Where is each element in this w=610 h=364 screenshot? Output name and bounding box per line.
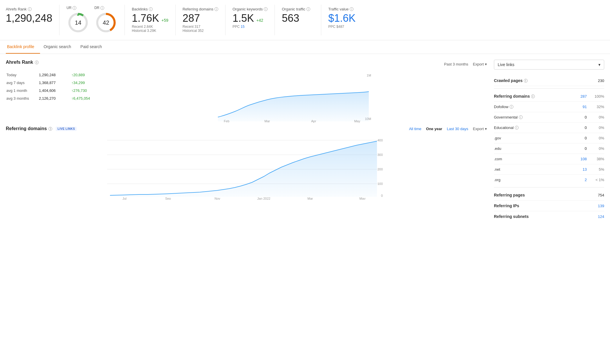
metric-row-dofollow: Dofollow i 91 32%	[494, 102, 604, 112]
left-panel: Ahrefs Rank i Past 3 months Export ▾	[6, 60, 487, 222]
ahrefs-rank-table-container: Today 1,290,248 ↑20,889 avg 7 days 1,368…	[6, 71, 93, 124]
metrics-list: Referring domains i 287 100% Dofollow i …	[494, 91, 604, 185]
referring-domains-export-button[interactable]: Export ▾	[473, 127, 487, 131]
metric-label-org: .org	[494, 178, 500, 182]
metric-label-referring-subnets: Referring subnets	[494, 214, 529, 219]
metric-row-edu: .edu 0 0%	[494, 143, 604, 154]
metric-val-org: 2	[575, 178, 587, 182]
metric-pct-governmental: 0%	[593, 115, 604, 119]
metric-pct-referring-domains: 100%	[593, 94, 604, 99]
organic-traffic-label: Organic traffic i	[282, 7, 314, 11]
referring-domains-header: Referring domains i LIVE LINKS All time …	[6, 126, 487, 131]
ur-label: UR i	[66, 6, 90, 10]
metric-row-net: .net 13 5%	[494, 164, 604, 175]
row-value: 1,404,606	[39, 87, 71, 94]
metric-label-net: .net	[494, 167, 500, 172]
metric-val-referring-ips: 139	[593, 204, 604, 208]
svg-text:Sep: Sep	[165, 197, 171, 200]
educational-info-icon[interactable]: i	[515, 126, 519, 130]
tab-organic-search[interactable]: Organic search	[42, 40, 77, 54]
live-links-dropdown[interactable]: Live links ▾	[494, 60, 604, 70]
metric-val-referring-domains: 287	[575, 94, 587, 99]
ahrefs-rank-section-info-icon[interactable]: i	[35, 61, 39, 64]
bottom-metrics: Referring pages 754 Referring IPs 139 Re…	[494, 190, 604, 222]
referring-domains-section-info-icon[interactable]: i	[48, 127, 52, 131]
metric-pct-dofollow: 32%	[593, 105, 604, 109]
ur-dr-gauges: UR i 14 DR i	[59, 5, 125, 35]
tab-backlink-profile[interactable]: Backlink profile	[6, 40, 40, 54]
backlinks-value: 1.76K	[132, 13, 159, 23]
live-links-badge: LIVE LINKS	[56, 127, 77, 131]
row-value: 1,368,877	[39, 79, 71, 86]
svg-text:May: May	[354, 119, 360, 123]
backlinks-info-icon[interactable]: i	[149, 7, 153, 11]
row-value: 2,126,270	[39, 95, 71, 102]
crawled-pages-info-icon[interactable]: i	[524, 79, 528, 83]
dr-label: DR i	[94, 6, 118, 10]
time-filter-30-days[interactable]: Last 30 days	[447, 127, 468, 131]
table-row: Today 1,290,248 ↑20,889	[6, 71, 92, 79]
organic-keywords-info-icon[interactable]: i	[264, 7, 268, 11]
row-delta: ↑6,475,054	[71, 95, 92, 102]
metric-label-referring-pages: Referring pages	[494, 193, 525, 197]
backlinks-delta: +59	[161, 18, 168, 23]
organic-keywords-stat: Organic keywords i 1.5K +42 PPC 15	[225, 5, 275, 35]
organic-traffic-info-icon[interactable]: i	[306, 7, 310, 11]
metric-val-gov: 0	[575, 136, 587, 140]
referring-domains-info-icon[interactable]: i	[214, 7, 218, 11]
metric-val-net: 13	[575, 167, 587, 172]
ahrefs-rank-export-button[interactable]: Export ▾	[473, 62, 487, 66]
metric-val-governmental: 0	[575, 115, 587, 119]
dr-gauge-container: DR i 42	[94, 6, 118, 34]
bottom-divider	[494, 187, 604, 188]
metric-row-referring-ips: Referring IPs 139	[494, 201, 604, 211]
traffic-value-info-icon[interactable]: i	[350, 7, 353, 11]
metric-label-educational: Educational i	[494, 125, 519, 130]
svg-text:Nov: Nov	[214, 197, 220, 200]
backlinks-label: Backlinks i	[132, 7, 168, 11]
svg-text:Jan 2022: Jan 2022	[257, 197, 270, 200]
metric-row-governmental: Governmental i 0 0%	[494, 112, 604, 123]
tab-paid-search[interactable]: Paid search	[79, 40, 108, 54]
time-filters: All time One year Last 30 days Export ▾	[409, 127, 487, 131]
ur-gauge: 14	[66, 11, 90, 34]
organic-keywords-sub: PPC 15	[232, 25, 268, 29]
svg-text:400: 400	[378, 139, 383, 142]
row-delta: ↑276,730	[71, 87, 92, 94]
svg-text:Mar: Mar	[265, 119, 270, 123]
metric-label-governmental: Governmental i	[494, 115, 523, 119]
metric-row-org: .org 2 < 1%	[494, 175, 604, 185]
metric-label-referring-domains: Referring domains i	[494, 94, 535, 99]
time-filter-one-year[interactable]: One year	[426, 127, 442, 131]
ahrefs-rank-chart-svg: 1M 10M Feb Mar	[100, 71, 487, 123]
referring-domains-chart: 400 300 200 100 0 Jul Sep Nov Jan 2022 M…	[6, 136, 487, 194]
dofollow-info-icon[interactable]: i	[510, 105, 513, 109]
ur-info-icon[interactable]: i	[73, 6, 76, 10]
table-row: avg 7 days 1,368,877 ↑34,299	[6, 79, 92, 86]
traffic-value-value: $1.6K	[328, 13, 361, 23]
crawled-pages-value: 230	[593, 79, 604, 83]
governmental-info-icon[interactable]: i	[519, 115, 523, 119]
metric-row-educational: Educational i 0 0%	[494, 123, 604, 133]
time-filter-all[interactable]: All time	[409, 127, 421, 131]
organic-traffic-value: 563	[282, 13, 314, 23]
svg-text:Apr: Apr	[311, 119, 316, 123]
traffic-value-sub: PPC $487	[328, 25, 361, 29]
ahrefs-rank-label: Ahrefs Rank i	[6, 7, 52, 11]
referring-domains-section: Referring domains i LIVE LINKS All time …	[6, 126, 487, 194]
metric-val-referring-pages: 754	[593, 193, 604, 197]
metric-pct-gov: 0%	[593, 136, 604, 140]
svg-text:1M: 1M	[367, 74, 371, 77]
svg-text:300: 300	[378, 153, 383, 156]
metric-label-dofollow: Dofollow i	[494, 105, 513, 109]
ahrefs-rank-chart-header: Ahrefs Rank i Past 3 months Export ▾	[6, 60, 487, 68]
crawled-pages-row: Crawled pages i 230	[494, 75, 604, 86]
dr-info-icon[interactable]: i	[100, 6, 104, 10]
row-delta: ↑20,889	[71, 71, 92, 79]
row-label: Today	[6, 71, 38, 79]
organic-keywords-value: 1.5K	[232, 13, 254, 23]
traffic-value-label: Traffic value i	[328, 7, 361, 11]
metric-row-gov: .gov 0 0%	[494, 133, 604, 143]
ahrefs-rank-info-icon[interactable]: i	[28, 7, 32, 11]
referring-domains-metric-info-icon[interactable]: i	[531, 94, 535, 98]
